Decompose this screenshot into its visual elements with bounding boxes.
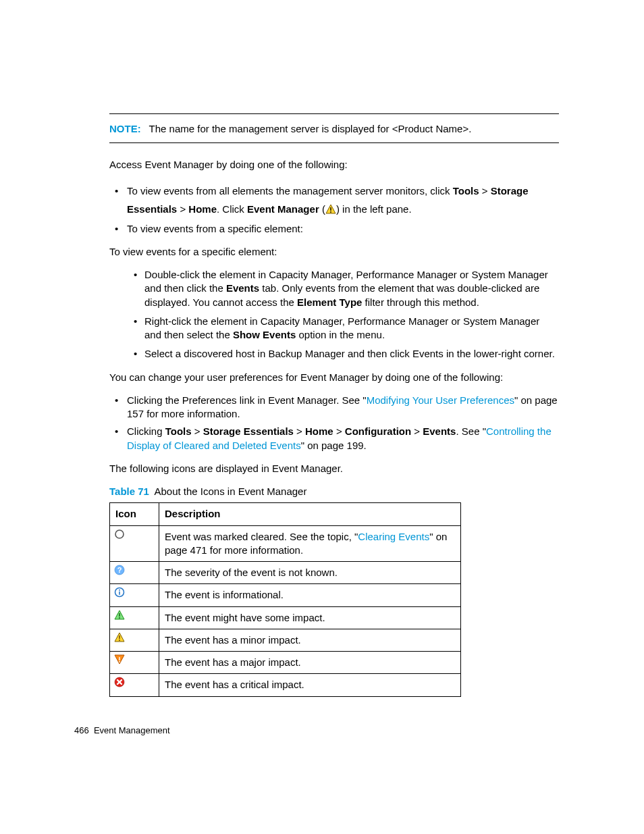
paragraph: The following icons are displayed in Eve… [109, 462, 559, 475]
specific-element-list: Double-click the element in Capacity Man… [109, 268, 559, 361]
list-item: Double-click the element in Capacity Man… [144, 268, 559, 309]
table-caption: Table 71 About the Icons in Event Manage… [109, 485, 559, 498]
note-text: The name for the management server is di… [149, 123, 472, 134]
document-page: NOTE: The name for the management server… [0, 0, 644, 834]
info-icon [110, 584, 159, 606]
description-cell: The event is informational. [159, 584, 461, 606]
access-list: To view events from all elements the man… [109, 182, 559, 236]
table-row: The event might have some impact. [110, 606, 461, 629]
page-footer: 466 Event Management [74, 725, 170, 737]
link-modifying-prefs[interactable]: Modifying Your User Preferences [367, 394, 514, 406]
note-box: NOTE: The name for the management server… [109, 113, 559, 143]
table-row: The severity of the event is not known. [110, 562, 461, 584]
unknown-icon [110, 562, 159, 584]
description-cell: The severity of the event is not known. [159, 562, 461, 584]
major-icon [110, 652, 159, 674]
page-number: 466 [74, 725, 89, 735]
table-row: The event has a critical impact. [110, 674, 461, 696]
description-cell: The event might have some impact. [159, 606, 461, 629]
col-header-description: Description [159, 503, 461, 525]
section-title: Event Management [94, 725, 170, 735]
table-row: Event was marked cleared. See the topic,… [110, 525, 461, 562]
warning-icon [325, 204, 336, 215]
link-clearing-events[interactable]: Clearing Events [358, 531, 429, 542]
icon-description-table: Icon Description Event was marked cleare… [109, 502, 461, 696]
description-cell: The event has a critical impact. [159, 674, 461, 696]
paragraph: To view events for a specific element: [109, 245, 559, 259]
intro-paragraph: Access Event Manager by doing one of the… [109, 158, 559, 172]
prefs-list: Clicking the Preferences link in Event M… [109, 394, 559, 452]
col-header-icon: Icon [110, 503, 159, 525]
description-cell: The event has a minor impact. [159, 629, 461, 651]
list-item: Right-click the element in Capacity Mana… [144, 315, 559, 342]
cleared-icon [110, 525, 159, 562]
list-item: To view events from a specific element: [124, 222, 559, 236]
list-item: Clicking Tools > Storage Essentials > Ho… [124, 425, 559, 452]
list-item: Select a discovered host in Backup Manag… [144, 347, 559, 361]
table-row: The event is informational. [110, 584, 461, 606]
table-row: The event has a minor impact. [110, 629, 461, 651]
table-row: The event has a major impact. [110, 652, 461, 674]
list-item: To view events from all elements the man… [124, 182, 559, 218]
minor1-icon [110, 606, 159, 629]
minor2-icon [110, 629, 159, 651]
list-item: Clicking the Preferences link in Event M… [124, 394, 559, 421]
note-label: NOTE: [109, 123, 141, 134]
critical-icon [110, 674, 159, 696]
paragraph: You can change your user preferences for… [109, 371, 559, 384]
description-cell: The event has a major impact. [159, 652, 461, 674]
description-cell: Event was marked cleared. See the topic,… [159, 525, 461, 562]
